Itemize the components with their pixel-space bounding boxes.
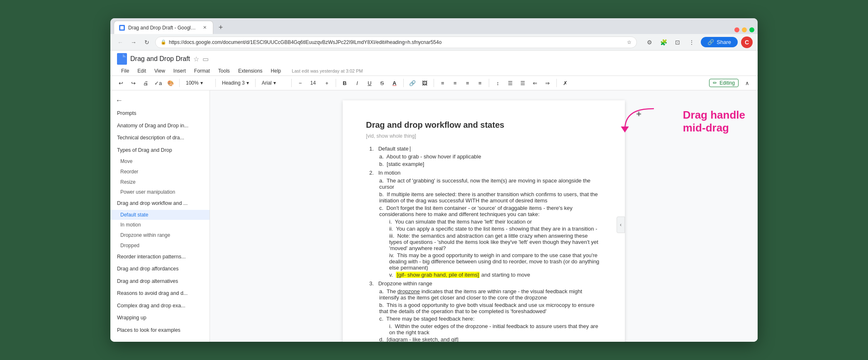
- sidebar-item-affordances[interactable]: Drag and drop affordances: [110, 263, 210, 275]
- tab-close-button[interactable]: ✕: [201, 24, 208, 31]
- text-color-button[interactable]: A: [389, 78, 400, 88]
- window-minimize-button[interactable]: [742, 27, 747, 32]
- address-bar: ← → ↻ 🔒 https://docs.google.com/document…: [110, 34, 758, 51]
- sidebar-item-reasons[interactable]: Reasons to avoid drag and d...: [110, 287, 210, 300]
- align-justify-button[interactable]: ≡: [475, 78, 485, 88]
- sidebar-collapse-button[interactable]: ‹: [617, 216, 625, 233]
- user-avatar[interactable]: C: [741, 36, 753, 48]
- sidebar-item-types[interactable]: Types of Drag and Drop: [110, 144, 210, 157]
- clear-format-button[interactable]: ✗: [560, 78, 571, 88]
- profile-icon[interactable]: ⋮: [686, 36, 697, 48]
- drive-button[interactable]: ▭: [202, 55, 209, 63]
- list-item-2ciii: iii. Note: the semantics and abstraction…: [366, 233, 602, 251]
- back-button[interactable]: ←: [115, 37, 125, 47]
- sidebar-item-wrapping[interactable]: Wrapping up: [110, 312, 210, 324]
- list-item-3d: d. [diagram - like sketch, and gif]: [366, 336, 602, 342]
- sidebar-sub-dropped[interactable]: Dropped: [110, 241, 210, 251]
- paint-format-button[interactable]: 🎨: [165, 78, 176, 88]
- reload-button[interactable]: ↻: [142, 37, 152, 47]
- sidebar-back-button[interactable]: ←: [110, 94, 210, 107]
- list-item-2b: b. If multiple items are selected: there…: [366, 191, 602, 204]
- separator-6: [403, 79, 404, 87]
- undo-button[interactable]: ↩: [115, 78, 126, 88]
- main-area: ← Prompts Anatomy of Drag and Drop in...…: [110, 90, 758, 342]
- list-item-3b: b. This is a good opportunity to give bo…: [366, 302, 602, 314]
- image-button[interactable]: 🖼: [419, 78, 430, 88]
- align-left-button[interactable]: ≡: [437, 78, 448, 88]
- curved-arrow-svg: [621, 105, 658, 142]
- sidebar-sub-reorder[interactable]: Reorder: [110, 167, 210, 177]
- style-select[interactable]: Heading 3 ▾: [219, 79, 252, 87]
- sidebar-sub-move[interactable]: Move: [110, 156, 210, 167]
- extension-icon-3[interactable]: ⊡: [672, 36, 683, 48]
- share-icon: 🔗: [707, 39, 714, 45]
- print-button[interactable]: 🖨: [140, 78, 151, 88]
- extension-icon-2[interactable]: 🧩: [658, 36, 669, 48]
- window-maximize-button[interactable]: [749, 27, 754, 32]
- sidebar-sub-dropzone[interactable]: Dropzone within range: [110, 230, 210, 241]
- sidebar-item-reorder-patterns[interactable]: Reorder interaction patterns...: [110, 251, 210, 263]
- list-item-2cii: ii. You can apply a specific state to th…: [366, 226, 602, 232]
- editing-label: Editing: [719, 80, 735, 86]
- sidebar-item-prompts[interactable]: Prompts: [110, 107, 210, 120]
- menu-insert[interactable]: Insert: [169, 66, 190, 75]
- sidebar-sub-power-user[interactable]: Power user manipulation: [110, 187, 210, 197]
- list-item-3c: c. There may be staged feedback here:: [366, 316, 602, 322]
- numbered-list-button[interactable]: ☰: [517, 78, 528, 88]
- link-button[interactable]: 🔗: [407, 78, 418, 88]
- forward-button[interactable]: →: [129, 37, 139, 47]
- list-label-2: In motion: [378, 170, 400, 176]
- sidebar-item-complex[interactable]: Complex drag and drop exa...: [110, 300, 210, 312]
- menu-file[interactable]: File: [117, 66, 133, 75]
- last-edit-text: Last edit was yesterday at 3:02 PM: [292, 68, 363, 73]
- bold-button[interactable]: B: [339, 78, 350, 88]
- underline-button[interactable]: U: [364, 78, 375, 88]
- list-item-2a: a. The act of 'grabbing' is successful, …: [366, 178, 602, 190]
- font-size-decrease[interactable]: −: [295, 78, 306, 88]
- redo-button[interactable]: ↪: [128, 78, 139, 88]
- menu-help[interactable]: Help: [267, 66, 285, 75]
- collapse-toolbar-button[interactable]: ∧: [742, 78, 753, 88]
- document-page[interactable]: Drag and drop workflow and states [vid, …: [343, 100, 625, 342]
- star-icon[interactable]: ☆: [627, 39, 631, 45]
- strikethrough-button[interactable]: S: [377, 78, 388, 88]
- spellcheck-button[interactable]: ✓a: [153, 78, 163, 88]
- sidebar-sub-default-state[interactable]: Default state: [110, 210, 210, 220]
- new-tab-button[interactable]: +: [215, 22, 227, 33]
- sidebar-sub-resize[interactable]: Resize: [110, 177, 210, 187]
- align-center-button[interactable]: ≡: [450, 78, 461, 88]
- bullet-list-button[interactable]: ☰: [505, 78, 516, 88]
- extension-icon-1[interactable]: ⚙: [644, 36, 655, 48]
- menu-edit[interactable]: Edit: [133, 66, 150, 75]
- menu-tools[interactable]: Tools: [214, 66, 234, 75]
- menu-format[interactable]: Format: [190, 66, 214, 75]
- font-size-increase[interactable]: +: [322, 78, 332, 88]
- indent-more-button[interactable]: ⇒: [542, 78, 553, 88]
- italic-button[interactable]: I: [352, 78, 363, 88]
- sidebar-item-anatomy[interactable]: Anatomy of Drag and Drop in...: [110, 120, 210, 132]
- window-close-button[interactable]: [734, 27, 739, 32]
- editing-badge[interactable]: ✏ Editing: [709, 79, 739, 87]
- zoom-select[interactable]: 100% ▾: [183, 79, 212, 87]
- url-bar[interactable]: 🔒 https://docs.google.com/document/d/1ES…: [155, 36, 637, 48]
- indent-less-button[interactable]: ⇐: [530, 78, 541, 88]
- lock-icon: 🔒: [161, 39, 166, 45]
- list-item-3: 3. Dropzone within range: [366, 280, 602, 287]
- docs-document-title[interactable]: Drag and Drop Draft: [130, 55, 190, 63]
- font-select[interactable]: Arial ▾: [259, 79, 288, 87]
- sidebar-item-places[interactable]: Places to look for examples: [110, 324, 210, 337]
- star-button[interactable]: ☆: [193, 55, 199, 63]
- font-size-input[interactable]: 14: [307, 79, 320, 87]
- sidebar-item-technical[interactable]: Technical description of dra...: [110, 132, 210, 144]
- align-right-button[interactable]: ≡: [462, 78, 473, 88]
- sidebar-item-workflow[interactable]: Drag and drop workflow and ...: [110, 197, 210, 210]
- menu-view[interactable]: View: [150, 66, 169, 75]
- active-tab[interactable]: Drag and Drop Draft - Google ... ✕: [114, 21, 213, 34]
- menu-extensions[interactable]: Extensions: [234, 66, 267, 75]
- share-button[interactable]: 🔗 Share: [701, 37, 738, 47]
- line-spacing-button[interactable]: ↕: [493, 78, 503, 88]
- sidebar-item-alternatives[interactable]: Drag and drop alternatives: [110, 275, 210, 288]
- separator-3: [255, 79, 256, 87]
- sidebar-sub-in-motion[interactable]: In motion: [110, 220, 210, 230]
- document-heading: Drag and drop workflow and states: [366, 120, 602, 130]
